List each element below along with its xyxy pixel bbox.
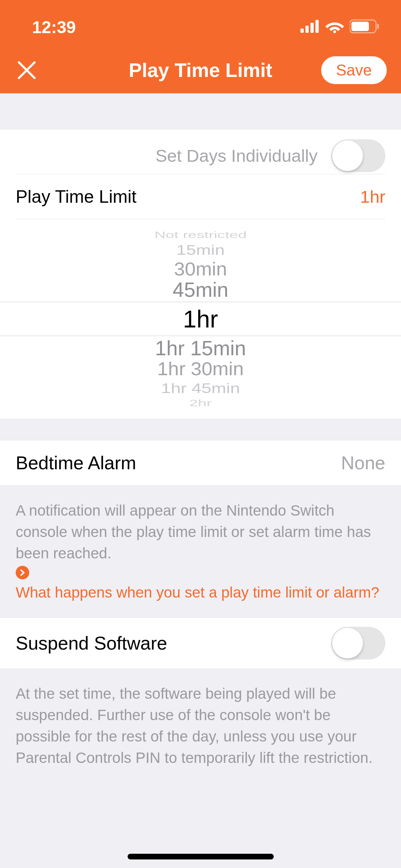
bedtime-alarm-row[interactable]: Bedtime Alarm None (0, 440, 401, 486)
svg-rect-3 (315, 20, 319, 33)
picker-option[interactable]: 15min (28, 243, 373, 257)
save-button[interactable]: Save (321, 56, 387, 84)
set-days-toggle[interactable] (331, 139, 385, 172)
suspend-software-label: Suspend Software (16, 632, 167, 654)
svg-rect-1 (305, 26, 309, 33)
close-button[interactable] (14, 58, 39, 83)
settings-group: Set Days Individually Play Time Limit 1h… (0, 129, 401, 419)
svg-rect-6 (351, 22, 369, 31)
suspend-software-row[interactable]: Suspend Software (0, 618, 401, 669)
cellular-signal-icon (300, 20, 320, 34)
chevron-right-icon (16, 566, 29, 579)
suspend-software-toggle[interactable] (331, 627, 385, 660)
toggle-knob (332, 140, 363, 171)
picker-option[interactable]: 2hr (50, 398, 351, 408)
picker-option-selected[interactable]: 1hr (0, 302, 401, 336)
suspend-info-section: At the set time, the software being play… (0, 669, 401, 783)
set-days-label: Set Days Individually (155, 146, 318, 166)
svg-point-4 (333, 30, 336, 33)
picker-option[interactable]: Not restricted (50, 230, 351, 239)
svg-rect-0 (300, 29, 304, 33)
nav-bar: Play Time Limit Save (0, 47, 401, 93)
play-time-limit-row[interactable]: Play Time Limit 1hr (0, 174, 401, 219)
play-time-limit-label: Play Time Limit (16, 186, 137, 207)
picker-option[interactable]: 30min (12, 260, 389, 278)
svg-rect-2 (310, 23, 314, 33)
status-time: 12:39 (21, 17, 76, 37)
info-section: A notification will appear on the Ninten… (0, 486, 401, 618)
info-text: A notification will appear on the Ninten… (16, 500, 385, 564)
time-picker[interactable]: Not restricted 15min 30min 45min 1hr 1hr… (0, 219, 401, 419)
set-days-row[interactable]: Set Days Individually (0, 129, 401, 174)
status-bar: 12:39 (0, 0, 401, 47)
picker-option[interactable]: 1hr 15min (2, 338, 399, 358)
suspend-info-text: At the set time, the software being play… (16, 683, 385, 769)
spacer (0, 93, 401, 129)
play-time-limit-value: 1hr (360, 187, 385, 207)
battery-icon (350, 19, 380, 35)
toggle-knob (332, 628, 363, 658)
info-link[interactable]: What happens when you set a play time li… (16, 564, 385, 603)
page-title: Play Time Limit (129, 59, 272, 82)
picker-option[interactable]: 45min (2, 279, 399, 300)
status-icons (300, 19, 380, 35)
svg-rect-7 (377, 24, 379, 29)
close-icon (16, 60, 37, 81)
info-link-text: What happens when you set a play time li… (16, 582, 379, 603)
picker-option[interactable]: 1hr 45min (28, 381, 373, 395)
wifi-icon (325, 20, 344, 35)
picker-option[interactable]: 1hr 30min (12, 360, 389, 378)
content: Set Days Individually Play Time Limit 1h… (0, 93, 401, 783)
bedtime-alarm-value: None (341, 452, 385, 474)
home-indicator[interactable] (128, 854, 274, 859)
bedtime-alarm-label: Bedtime Alarm (16, 452, 136, 474)
